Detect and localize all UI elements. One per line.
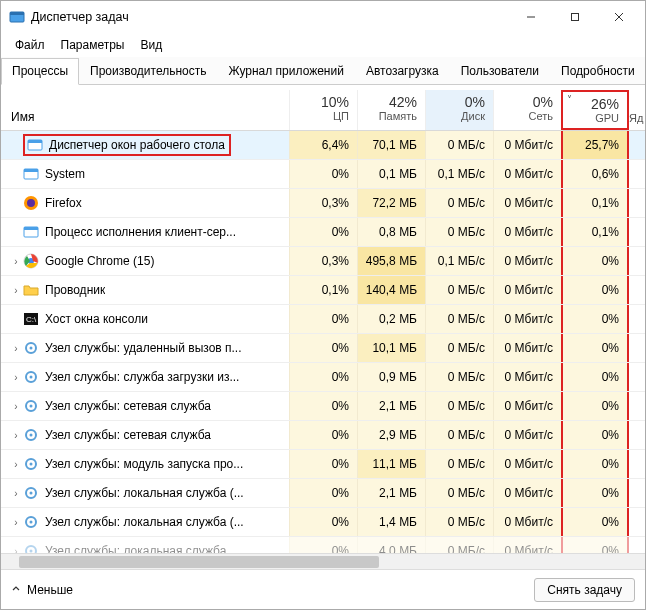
process-name-cell[interactable]: ›Узел службы: служба загрузки из... [1, 369, 289, 385]
process-name-cell[interactable]: System [1, 166, 289, 182]
cell-value: 0 Мбит/с [493, 421, 561, 449]
tab-3[interactable]: Автозагрузка [355, 58, 450, 84]
cell-value: 4,0 МБ [357, 537, 425, 553]
process-name-cell[interactable]: ›Узел службы: удаленный вызов п... [1, 340, 289, 356]
table-row[interactable]: ›Узел службы: сетевая служба0%2,9 МБ0 МБ… [1, 421, 645, 450]
process-name-cell[interactable]: ›Узел службы: сетевая служба [1, 427, 289, 443]
minimize-button[interactable] [509, 3, 553, 31]
table-row[interactable]: ›Узел службы: служба загрузки из...0%0,9… [1, 363, 645, 392]
table-row[interactable]: ›Узел службы: локальная служба (...0%1,4… [1, 508, 645, 537]
gear-icon [23, 456, 39, 472]
col-header-Память[interactable]: 42%Память [357, 90, 425, 130]
process-name-cell[interactable]: ›Узел службы: локальная служба [1, 543, 289, 553]
process-name-cell[interactable]: C:\Хост окна консоли [1, 311, 289, 327]
maximize-button[interactable] [553, 3, 597, 31]
expand-icon[interactable]: › [9, 372, 23, 383]
expand-icon[interactable]: › [9, 430, 23, 441]
process-name-cell[interactable]: ›Проводник [1, 282, 289, 298]
table-row[interactable]: C:\Хост окна консоли0%0,2 МБ0 МБ/с0 Мбит… [1, 305, 645, 334]
col-header-Диск[interactable]: 0%Диск [425, 90, 493, 130]
process-name-cell[interactable]: Процесс исполнения клиент-сер... [1, 224, 289, 240]
expand-icon[interactable]: › [9, 285, 23, 296]
process-name: Узел службы: удаленный вызов п... [45, 341, 242, 355]
table-row[interactable]: ›Проводник0,1%140,4 МБ0 МБ/с0 Мбит/с0% [1, 276, 645, 305]
process-name-cell[interactable]: Диспетчер окон рабочего стола [1, 134, 289, 156]
svg-point-27 [30, 463, 33, 466]
table-row[interactable]: ›Узел службы: локальная служба (...0%2,1… [1, 479, 645, 508]
cell-value: 0 МБ/с [425, 276, 493, 304]
gear-icon [23, 398, 39, 414]
cell-value: 0% [561, 276, 629, 304]
cell-value: 72,2 МБ [357, 189, 425, 217]
col-header-ЦП[interactable]: 10%ЦП [289, 90, 357, 130]
tab-1[interactable]: Производительность [79, 58, 217, 84]
cell-value: 0 Мбит/с [493, 276, 561, 304]
app-icon [9, 9, 25, 25]
expand-icon[interactable]: › [9, 459, 23, 470]
col-pct: 0% [494, 94, 553, 110]
cell-value: 6,4% [289, 131, 357, 159]
expand-icon[interactable]: › [9, 488, 23, 499]
table-row[interactable]: Диспетчер окон рабочего стола6,4%70,1 МБ… [1, 131, 645, 160]
col-name-header[interactable]: Имя [1, 110, 289, 130]
cell-value: 2,1 МБ [357, 392, 425, 420]
expand-icon[interactable]: › [9, 517, 23, 528]
tab-0[interactable]: Процессы [1, 58, 79, 85]
svg-point-11 [27, 199, 35, 207]
cell-value: 0 МБ/с [425, 508, 493, 536]
cell-value: 0 Мбит/с [493, 450, 561, 478]
process-name-cell[interactable]: ›Узел службы: локальная служба (... [1, 485, 289, 501]
menu-view[interactable]: Вид [132, 36, 170, 54]
fewer-details-button[interactable]: Меньше [11, 583, 73, 597]
close-button[interactable] [597, 3, 641, 31]
svg-point-21 [30, 376, 33, 379]
table-row[interactable]: ›Google Chrome (15)0,3%495,8 МБ0,1 МБ/с0… [1, 247, 645, 276]
cell-value: 0 Мбит/с [493, 392, 561, 420]
horizontal-scrollbar[interactable] [1, 553, 645, 569]
cell-value: 0 МБ/с [425, 392, 493, 420]
tab-2[interactable]: Журнал приложений [218, 58, 355, 84]
table-row[interactable]: ›Узел службы: локальная служба0%4,0 МБ0 … [1, 537, 645, 553]
cell-value: 0,8 МБ [357, 218, 425, 246]
col-header-Сеть[interactable]: 0%Сеть [493, 90, 561, 130]
col-extra-header[interactable]: Яд [629, 112, 645, 130]
expand-icon[interactable]: › [9, 546, 23, 554]
process-name-cell[interactable]: ›Узел службы: локальная служба (... [1, 514, 289, 530]
table-row[interactable]: System0%0,1 МБ0,1 МБ/с0 Мбит/с0,6% [1, 160, 645, 189]
expand-icon[interactable]: › [9, 256, 23, 267]
menu-options[interactable]: Параметры [53, 36, 133, 54]
table-row[interactable]: Процесс исполнения клиент-сер...0%0,8 МБ… [1, 218, 645, 247]
cell-value: 0% [289, 508, 357, 536]
cell-value: 0% [561, 450, 629, 478]
process-name-cell[interactable]: ›Узел службы: сетевая служба [1, 398, 289, 414]
expand-icon[interactable]: › [9, 401, 23, 412]
table-row[interactable]: Firefox0,3%72,2 МБ0 МБ/с0 Мбит/с0,1% [1, 189, 645, 218]
tab-4[interactable]: Пользователи [450, 58, 550, 84]
table-row[interactable]: ›Узел службы: модуль запуска про...0%11,… [1, 450, 645, 479]
tab-5[interactable]: Подробности [550, 58, 646, 84]
menu-file[interactable]: Файл [7, 36, 53, 54]
expand-icon[interactable]: › [9, 343, 23, 354]
gear-icon [23, 369, 39, 385]
svg-point-29 [30, 492, 33, 495]
table-row[interactable]: ›Узел службы: удаленный вызов п...0%10,1… [1, 334, 645, 363]
svg-rect-1 [10, 12, 24, 15]
console-icon: C:\ [23, 311, 39, 327]
process-name: Узел службы: служба загрузки из... [45, 370, 239, 384]
process-name-cell[interactable]: ›Узел службы: модуль запуска про... [1, 456, 289, 472]
fewer-details-label: Меньше [27, 583, 73, 597]
titlebar: Диспетчер задач [1, 1, 645, 33]
table-row[interactable]: ›Узел службы: сетевая служба0%2,1 МБ0 МБ… [1, 392, 645, 421]
cell-value: 0% [289, 334, 357, 362]
column-headers: Имя 10%ЦП42%Память0%Диск0%Сеть˅26%GPU Яд [1, 85, 645, 131]
scrollbar-thumb[interactable] [19, 556, 379, 568]
chevron-up-icon [11, 583, 21, 597]
app-window-icon [23, 166, 39, 182]
cell-value: 0,6% [561, 160, 629, 188]
footer: Меньше Снять задачу [1, 569, 645, 609]
process-name-cell[interactable]: ›Google Chrome (15) [1, 253, 289, 269]
end-task-button[interactable]: Снять задачу [534, 578, 635, 602]
process-name-cell[interactable]: Firefox [1, 195, 289, 211]
col-header-GPU[interactable]: ˅26%GPU [561, 90, 629, 130]
cell-value: 0% [289, 450, 357, 478]
